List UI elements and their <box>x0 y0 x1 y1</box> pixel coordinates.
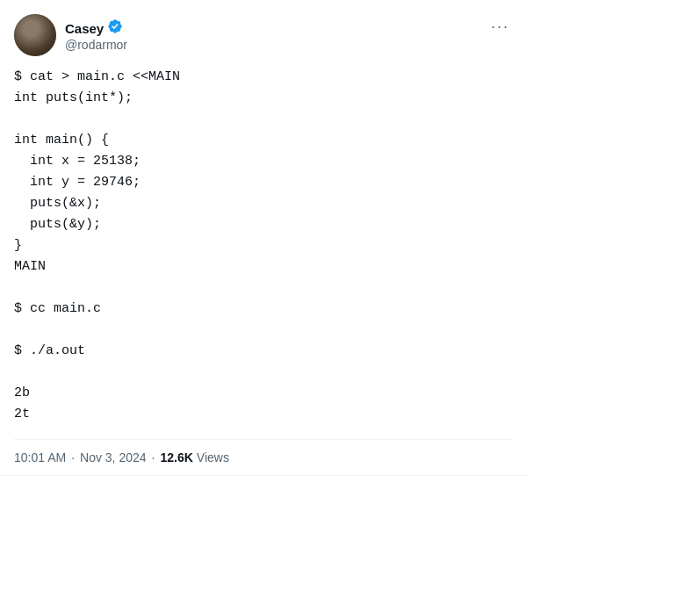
tweet-date: Nov 3, 2024 <box>80 450 147 465</box>
separator-2: · <box>152 450 155 465</box>
avatar[interactable] <box>14 14 56 56</box>
views-label: Views <box>197 450 229 465</box>
tweet-content: $ cat > main.c <<MAIN int puts(int*); in… <box>14 67 513 425</box>
avatar-image <box>14 14 56 56</box>
user-handle[interactable]: @rodarmor <box>65 38 127 52</box>
views-count: 12.6K <box>160 450 192 465</box>
tweet-timestamp: 10:01 AM <box>14 450 66 465</box>
user-name[interactable]: Casey <box>65 21 104 36</box>
verified-icon <box>107 18 123 38</box>
tweet-header: Casey @rodarmor ··· <box>14 14 513 56</box>
user-name-row: Casey <box>65 18 127 38</box>
tweet-card: Casey @rodarmor ··· $ cat > main.c <<MAI… <box>0 0 527 476</box>
code-block: $ cat > main.c <<MAIN int puts(int*); in… <box>14 67 513 425</box>
tweet-meta: 10:01 AM · Nov 3, 2024 · 12.6K Views <box>14 439 513 465</box>
tweet-header-left: Casey @rodarmor <box>14 14 127 56</box>
user-info: Casey @rodarmor <box>65 18 127 52</box>
separator-1: · <box>71 450 75 465</box>
more-options-button[interactable]: ··· <box>487 14 513 40</box>
